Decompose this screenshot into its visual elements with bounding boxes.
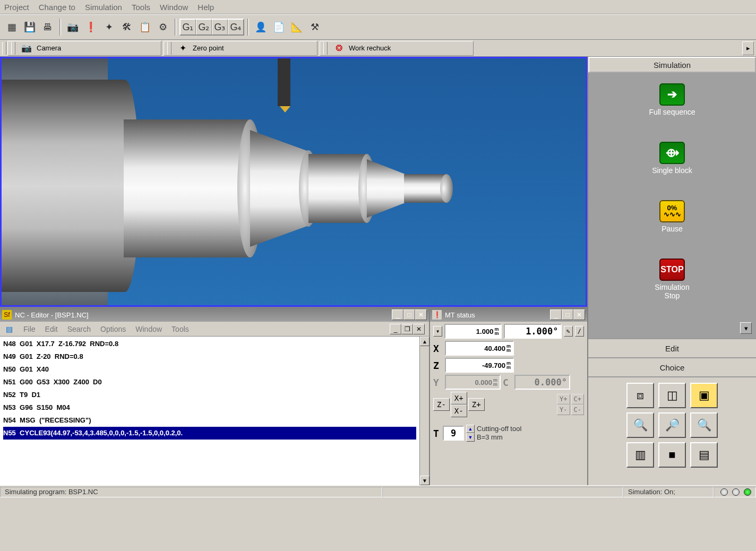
mt-dropdown-button[interactable]: ▾ xyxy=(433,326,442,337)
code-line[interactable]: N51 G00 G53 X300 Z400 D0 xyxy=(3,376,416,389)
full-sequence-button[interactable]: ➔ Full sequence xyxy=(649,83,695,116)
menu-window[interactable]: Window xyxy=(160,3,188,12)
zoom-in-icon[interactable]: 🔎 xyxy=(658,412,686,438)
edit-button[interactable]: Edit xyxy=(588,338,756,357)
mt-titlebar[interactable]: ❗ MT status _ □ ✕ xyxy=(430,308,587,322)
view-wire-icon[interactable]: ⧈ xyxy=(626,383,654,408)
stop-button[interactable]: STOP Simulation Stop xyxy=(655,259,689,300)
code-line[interactable]: N49 G01 Z-20 RND=0.8 xyxy=(3,350,416,363)
g3-icon[interactable]: G₃ xyxy=(212,19,228,35)
single-block-button[interactable]: ⟴ Single block xyxy=(652,142,692,175)
split-single-icon[interactable]: ■ xyxy=(658,442,686,468)
menu-changeto[interactable]: Change to xyxy=(39,3,75,12)
menu-simulation[interactable]: Simulation xyxy=(85,3,122,12)
mt-close-button[interactable]: ✕ xyxy=(573,309,585,320)
z-minus-button[interactable]: Z- xyxy=(433,398,450,411)
mt-edit1-icon[interactable]: ✎ xyxy=(564,326,573,337)
g2-icon[interactable]: G₂ xyxy=(196,19,212,35)
mt-max-button[interactable]: □ xyxy=(562,309,573,320)
view-palette: ⧈ ◫ ▣ 🔍 🔎 🔍 ▥ ■ ▤ xyxy=(588,376,756,498)
editor-menubar: ▤ File Edit Search Options Window Tools … xyxy=(0,322,429,337)
editor-max-button[interactable]: □ xyxy=(403,309,415,320)
simulation-viewport[interactable] xyxy=(0,57,587,307)
menu-help[interactable]: Help xyxy=(197,3,214,12)
tools2-icon[interactable]: ⚒ xyxy=(306,19,323,36)
measure-icon[interactable]: 📐 xyxy=(288,19,305,36)
c-minus-button[interactable]: C- xyxy=(571,404,584,415)
mt-edit2-icon[interactable]: ∕ xyxy=(575,326,584,337)
code-line[interactable]: N52 T9 D1 xyxy=(3,389,416,401)
ed-doc-close-button[interactable]: ✕ xyxy=(413,324,425,334)
code-line[interactable]: N48 G01 X17.7 Z-16.792 RND=0.8 xyxy=(3,338,416,350)
alert-icon[interactable]: ❗ xyxy=(82,19,99,36)
save-icon[interactable]: 💾 xyxy=(21,19,38,36)
editor-title: NC - Editor - [BSP1.NC] xyxy=(15,311,89,319)
nc-code-editor[interactable]: N48 G01 X17.7 Z-16.792 RND=0.8 N49 G01 Z… xyxy=(0,337,419,485)
user-icon[interactable]: 👤 xyxy=(252,19,269,36)
ed-doc-restore-button[interactable]: ❐ xyxy=(401,324,413,334)
tab-camera[interactable]: 📷 Camera xyxy=(7,41,161,56)
tool-dim: B=3 mm xyxy=(477,433,521,442)
editor-min-button[interactable]: _ xyxy=(392,309,403,320)
choice-button[interactable]: Choice xyxy=(588,357,756,376)
c-value: 0.000° xyxy=(514,375,570,390)
g4-icon[interactable]: G₄ xyxy=(228,19,244,35)
mt-status-panel: ❗ MT status _ □ ✕ ▾ 1.000m m 1.000° ✎ ∕ … xyxy=(430,308,587,498)
ed-menu-window[interactable]: Window xyxy=(135,325,162,333)
machine-icon[interactable]: 🛠 xyxy=(118,19,135,36)
ed-menu-search[interactable]: Search xyxy=(67,325,91,333)
t-label: T xyxy=(433,428,441,439)
gears-icon[interactable]: ⚙ xyxy=(154,19,171,36)
editor-close-button[interactable]: ✕ xyxy=(415,309,427,320)
zero-tool-icon[interactable]: ✦ xyxy=(100,19,117,36)
ed-menu-file[interactable]: File xyxy=(23,325,36,333)
mt-min-button[interactable]: _ xyxy=(550,309,562,320)
sim-panel-title: Simulation xyxy=(588,57,756,73)
zoom-fit-icon[interactable]: 🔍 xyxy=(626,412,654,438)
camera-icon[interactable]: 📷 xyxy=(64,19,81,36)
menu-tools[interactable]: Tools xyxy=(132,3,150,12)
code-line[interactable]: N54 MSG ("RECESSING") xyxy=(3,414,416,427)
ed-menu-tools[interactable]: Tools xyxy=(171,325,189,333)
code-line[interactable]: N50 G01 X40 xyxy=(3,363,416,376)
menu-project[interactable]: Project xyxy=(4,3,29,12)
code-line[interactable]: N53 G96 S150 M04 xyxy=(3,401,416,414)
tab-workrechuck[interactable]: ❂ Work rechuck xyxy=(320,41,474,56)
c-plus-button[interactable]: C+ xyxy=(571,394,584,404)
grid-icon[interactable]: ▦ xyxy=(3,19,20,36)
view-shaded-icon[interactable]: ▣ xyxy=(690,383,718,408)
z-plus-button[interactable]: Z+ xyxy=(468,398,485,411)
t-down-button[interactable]: ▼ xyxy=(466,433,475,442)
ed-menu-edit[interactable]: Edit xyxy=(45,325,58,333)
split-v-icon[interactable]: ▤ xyxy=(690,442,718,468)
zoom-out-icon[interactable]: 🔍 xyxy=(690,412,718,438)
y-minus-button[interactable]: Y- xyxy=(557,404,570,415)
editor-titlebar[interactable]: Sf NC - Editor - [BSP1.NC] _ □ ✕ xyxy=(0,308,429,322)
camera-icon: 📷 xyxy=(21,43,32,54)
svg-rect-3 xyxy=(124,119,251,257)
status-led-1 xyxy=(720,488,728,496)
scroll-up-button[interactable]: ▲ xyxy=(420,337,429,346)
scroll-down-button[interactable]: ▼ xyxy=(420,476,429,485)
g1-icon[interactable]: G₁ xyxy=(180,19,196,35)
clipboard-icon[interactable]: 📄 xyxy=(270,19,287,36)
x-plus-button[interactable]: X+ xyxy=(451,392,467,404)
ed-menu-options[interactable]: Options xyxy=(100,325,126,333)
view-tabstrip: 📷 Camera ✦ Zero point ❂ Work rechuck ▸ xyxy=(0,40,756,57)
tabs-more-button[interactable]: ▸ xyxy=(742,41,754,55)
view-solid-icon[interactable]: ◫ xyxy=(658,383,686,408)
tab-zero[interactable]: ✦ Zero point xyxy=(164,41,317,56)
ed-doc-min-button[interactable]: _ xyxy=(390,324,401,334)
code-line-selected[interactable]: N55 CYCLE93(44.97,-53,4,3.485,0,0,0,-1.5… xyxy=(3,427,416,440)
x-minus-button[interactable]: X- xyxy=(451,404,467,417)
editor-scrollbar[interactable]: ▲ ▼ xyxy=(419,337,429,485)
sim-more-button[interactable]: ▾ xyxy=(740,322,752,334)
split-h-icon[interactable]: ▥ xyxy=(626,442,654,468)
t-up-button[interactable]: ▲ xyxy=(466,425,475,433)
t-value[interactable]: 9 xyxy=(443,426,464,441)
print-icon[interactable]: 🖶 xyxy=(39,19,56,36)
checklist-icon[interactable]: 📋 xyxy=(136,19,153,36)
pause-button[interactable]: 0%∿∿∿ Pause xyxy=(659,200,685,233)
y-plus-button[interactable]: Y+ xyxy=(557,394,570,404)
mt-ratio2: 1.000° xyxy=(504,324,561,339)
